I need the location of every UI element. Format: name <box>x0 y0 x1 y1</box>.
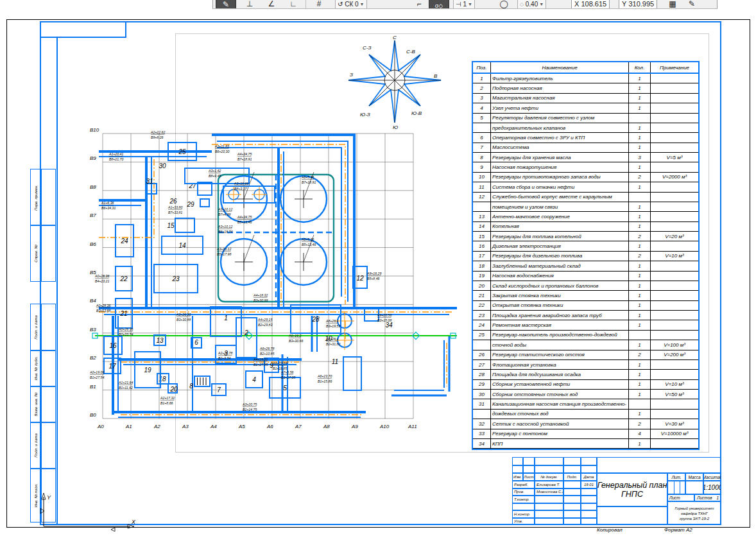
table-row[interactable]: 11Система сбора и откачки нефти1 <box>473 182 698 192</box>
rev-cell <box>523 465 535 474</box>
table-row[interactable]: 15Резервуары для топлива котельной2V=20 … <box>473 232 698 241</box>
cell-qty: 1 <box>629 301 651 310</box>
plan-building-29[interactable] <box>200 199 209 207</box>
table-row[interactable]: 2Подпорная насосная1 <box>473 83 698 93</box>
table-row[interactable]: помещением и узлом связи1 <box>473 202 698 212</box>
cell-note: V=10000 м³ <box>651 429 698 438</box>
coord-annotation-bottom: В6+20,30 <box>215 150 229 153</box>
table-row[interactable]: 29Сборник установленной нефти1V=10 м³ <box>473 380 698 390</box>
building-number: 24 <box>120 238 128 245</box>
table-row[interactable]: 3Магистральная насосная1 <box>473 94 698 103</box>
table-row[interactable]: 31Канализационная насосная станция произ… <box>473 399 698 409</box>
cell-name: Резервуар-накопитель производственно-дож… <box>491 331 629 340</box>
table-row[interactable]: 9Насосная пожаротушения1 <box>473 162 698 172</box>
table-row[interactable]: 16Дизельная электростанция1 <box>473 241 698 251</box>
cell-note: V=20 м³ <box>651 232 698 241</box>
compass-label-e: В <box>434 73 438 79</box>
table-row[interactable]: 26Резервуар статистического отстоя2V=200… <box>473 350 698 360</box>
step-select[interactable]: ⊣ 1▼ <box>453 0 475 9</box>
coord-annotation-top: А3+10,12 <box>218 225 232 229</box>
table-row[interactable]: 14Котельная1 <box>473 222 698 232</box>
building-number: 12 <box>356 275 364 282</box>
cell-name: Площадка для подсушивания осадка <box>491 370 629 379</box>
site-plan[interactable]: А0А1А2А3А4А5А6А7А8А9А10А11В0В1В2В3В4В5В6… <box>90 128 462 437</box>
specification-table[interactable]: Поз. Наименование Кол. Примечание 1Фильт… <box>472 61 700 450</box>
table-row[interactable]: 19Насосная водоснабжения1 <box>473 272 698 281</box>
draw-tool-button[interactable]: ✎ <box>216 0 236 9</box>
plan-building-15[interactable] <box>175 218 194 232</box>
coord-annotation-bottom: В1+27,54 <box>90 376 104 379</box>
coordinate-system-select[interactable]: ↺ СК 0▼ <box>335 0 367 9</box>
table-row[interactable]: 7Маслосистема1 <box>473 143 698 153</box>
snap-perpendicular-button[interactable]: ⊥ <box>241 0 258 8</box>
table-row[interactable]: 18Заглубленный материальный склад1 <box>473 261 698 271</box>
building-number: 20 <box>169 386 178 393</box>
table-row[interactable]: 20Склад кислородных и пропановых баллоно… <box>473 281 698 291</box>
table-row[interactable]: 5Регуляторы давления совместно с узлом <box>473 114 698 123</box>
building-number: 25 <box>178 148 186 155</box>
y-axis-label: Y <box>47 494 51 501</box>
table-row[interactable]: 27Флотационная установка1 <box>473 360 698 370</box>
coord-annotation-top: А3+26,30 <box>176 313 191 316</box>
coord-annotation-bottom: В6+34,31 <box>101 206 116 210</box>
table-row[interactable]: 8Резервуары для хранения масла3V=5 м³ <box>473 153 698 162</box>
cell-name: Резервуары для хранения масла <box>491 153 629 162</box>
cell-note <box>651 103 698 112</box>
table-row[interactable]: 34КПП1 <box>473 439 698 449</box>
coord-annotation-bottom: В5+8,46 <box>367 277 380 281</box>
cell-qty: 1 <box>629 390 651 399</box>
plan-building-8[interactable] <box>194 376 210 386</box>
coord-annotation-top: А4+18,32 <box>253 293 268 297</box>
cell-pos: 21 <box>473 291 491 300</box>
sheets-value: 1 <box>716 496 719 500</box>
table-row[interactable]: 24Ремонтная мастерская1 <box>473 320 698 330</box>
keyboard-icon[interactable]: ▦ <box>666 0 679 8</box>
title-block[interactable]: Генеральный план ГНПС Лит. Масса Масштаб… <box>512 457 721 525</box>
table-row[interactable]: 6Операторная совместно с ЗРУ и КТП1 <box>473 133 698 143</box>
cell-note <box>651 291 698 300</box>
zoom-level-select[interactable]: ◌ 0.40▼ <box>517 0 546 9</box>
x-coordinate-field[interactable]: X 108.615 <box>571 0 610 9</box>
pen-mode-icon[interactable]: ✎ <box>685 0 698 8</box>
table-row[interactable]: предохранительных клапанов1 <box>473 123 698 133</box>
table-row[interactable]: 23Площадка хранения аварийного запаса тр… <box>473 311 698 320</box>
grid-button[interactable]: # <box>311 0 327 8</box>
sig-sign <box>563 510 581 518</box>
plan-building-11[interactable] <box>343 357 361 390</box>
compass-rose[interactable]: С С-З С-В З В Ю-З Ю-В Ю <box>348 35 445 133</box>
cell-name: Операторная совместно с ЗРУ и КТП <box>491 133 629 142</box>
rounding-button[interactable]: σ◇ <box>429 0 449 9</box>
table-row[interactable]: сточной воды1V=100 м³ <box>473 340 698 350</box>
cell-note <box>651 360 698 369</box>
table-row[interactable]: 32Септик с насосной установкой2V=30 м³ <box>473 419 698 429</box>
table-row[interactable]: 21Закрытая стоянка техники1 <box>473 291 698 300</box>
cell-name: дождевых сточных вод <box>491 410 629 419</box>
table-row[interactable]: дождевых сточных вод1 <box>473 410 698 419</box>
plan-building-2[interactable] <box>236 318 257 358</box>
sig-label <box>512 503 535 511</box>
table-row[interactable]: 30Сборник отстоянных сточных вод1V=50 м³ <box>473 390 698 399</box>
coord-annotation-bottom: В2+33,74 <box>119 333 133 336</box>
margin-stamp: Подп. и дата <box>30 304 56 351</box>
coord-annotation-bottom: В3+30,66 <box>289 339 303 343</box>
table-row[interactable]: 25Резервуар-накопитель производственно-д… <box>473 331 698 340</box>
table-row[interactable]: 28Площадка для подсушивания осадка1 <box>473 370 698 379</box>
table-row[interactable]: 12Служебно-бытовой корпус вместе с карау… <box>473 193 698 202</box>
table-row[interactable]: 4Узел учета нефти1 <box>473 103 698 113</box>
ortho-button[interactable]: ⌐ <box>411 0 427 8</box>
cell-qty: 1 <box>629 291 651 300</box>
table-row[interactable]: 13Антенно-мачтовое сооружение1 <box>473 212 698 221</box>
y-coordinate-field[interactable]: Y 310.995 <box>619 0 657 9</box>
zoom-icon[interactable]: ◯ <box>495 0 512 8</box>
axes-marker: Y X <box>35 488 144 532</box>
table-row[interactable]: 33Резервуар с понтоном4V=10000 м³ <box>473 429 698 439</box>
table-row[interactable]: 10Резервуары противопожарного запаса вод… <box>473 173 698 182</box>
table-row[interactable]: 17Резервуары для дизельного топлива2V=10… <box>473 252 698 261</box>
table-row[interactable]: 22Открытая стоянка техники1 <box>473 301 698 311</box>
sig-label: Утв. <box>512 518 535 526</box>
table-row[interactable]: 1Фильтр-грязеуловитель1 <box>473 74 698 83</box>
frame-corner-cell <box>40 21 126 38</box>
snap-corner-button[interactable]: ∟ <box>285 0 302 8</box>
drawing-title-line1: Генеральный план <box>597 481 667 490</box>
snap-parallel-button[interactable]: ∠ <box>263 0 280 8</box>
